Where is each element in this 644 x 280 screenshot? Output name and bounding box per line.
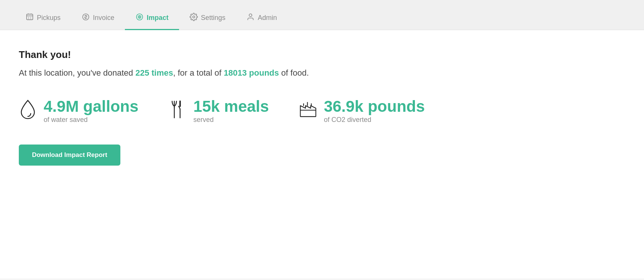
water-value: 4.9M gallons (44, 98, 138, 115)
stat-meals: 15k meals served (169, 98, 269, 124)
svg-rect-11 (300, 110, 316, 117)
main-content: Thank you! At this location, you've dona… (0, 30, 644, 278)
summary-prefix: At this location, you've donated (19, 68, 135, 78)
svg-point-5 (193, 16, 195, 18)
tab-invoice-label: Invoice (93, 14, 114, 22)
tab-settings[interactable]: Settings (179, 13, 236, 30)
summary-middle: , for a total of (173, 68, 224, 78)
donation-pounds: 18013 pounds (224, 68, 279, 78)
meals-label: served (193, 116, 269, 124)
svg-rect-0 (27, 14, 33, 20)
meals-value: 15k meals (193, 98, 269, 115)
pickups-icon (26, 13, 34, 23)
nav-bar: Pickups Invoice Impact (0, 0, 644, 30)
stat-co2: 36.9k pounds of CO2 diverted (299, 98, 425, 124)
water-label: of water saved (44, 116, 138, 124)
co2-stat-text: 36.9k pounds of CO2 diverted (324, 98, 425, 124)
stats-row: 4.9M gallons of water saved 15k meals (19, 98, 625, 124)
tab-impact-label: Impact (147, 14, 169, 22)
co2-label: of CO2 diverted (324, 116, 425, 124)
tab-invoice[interactable]: Invoice (71, 13, 125, 30)
water-stat-text: 4.9M gallons of water saved (44, 98, 138, 124)
utensils-icon (169, 99, 187, 123)
tab-impact[interactable]: Impact (125, 13, 179, 30)
water-drop-icon (19, 99, 37, 123)
tab-settings-label: Settings (201, 14, 225, 22)
download-impact-report-button[interactable]: Download Impact Report (19, 145, 120, 166)
factory-icon (299, 99, 317, 123)
summary-suffix: of food. (279, 68, 309, 78)
tab-admin-label: Admin (258, 14, 277, 22)
tab-pickups[interactable]: Pickups (15, 13, 71, 30)
admin-icon (246, 13, 255, 23)
tab-pickups-label: Pickups (37, 14, 61, 22)
co2-value: 36.9k pounds (324, 98, 425, 115)
svg-point-6 (249, 14, 252, 17)
thank-you-heading: Thank you! (19, 49, 625, 61)
donation-summary: At this location, you've donated 225 tim… (19, 67, 625, 79)
settings-icon (190, 13, 198, 23)
svg-point-4 (139, 17, 140, 17)
invoice-icon (82, 13, 90, 23)
tab-admin[interactable]: Admin (236, 13, 287, 30)
stat-water: 4.9M gallons of water saved (19, 98, 138, 124)
donation-times: 225 times (135, 68, 173, 78)
meals-stat-text: 15k meals served (193, 98, 269, 124)
impact-icon (135, 13, 144, 23)
